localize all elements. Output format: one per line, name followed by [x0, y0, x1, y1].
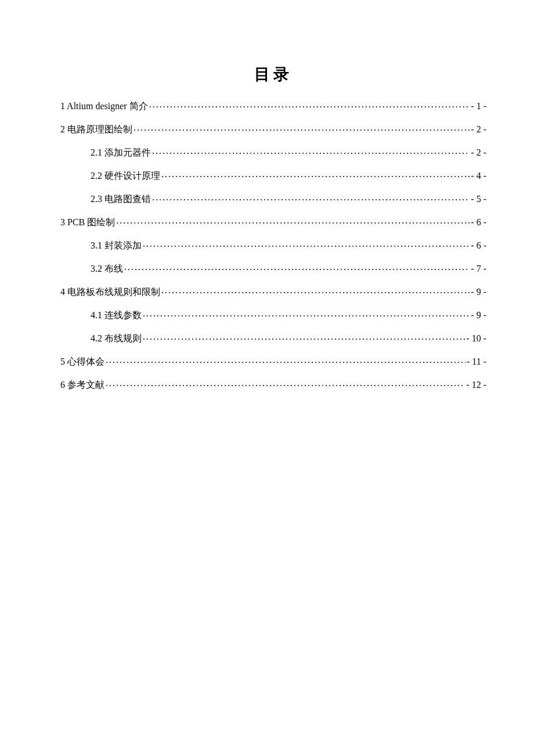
toc-entry: 4.1 连线参数 - 9 - [60, 309, 486, 320]
toc-entry: 3 PCB 图绘制 - 6 - [60, 216, 486, 227]
toc-label: 3.1 封装添加 [91, 241, 142, 250]
toc-page: - 6 - [471, 218, 486, 227]
toc-page: - 9 - [471, 311, 486, 320]
toc-entry: 5 心得体会 - 11 - [60, 355, 486, 366]
toc-leader [143, 239, 470, 249]
toc-leader [116, 216, 470, 225]
toc-title: 目录 [60, 64, 486, 85]
toc-leader [106, 355, 466, 365]
toc-page: - 6 - [471, 241, 486, 250]
toc-page: - 11 - [467, 357, 486, 366]
toc-entry: 2.3 电路图查错 - 5 - [60, 193, 486, 204]
toc-leader [143, 332, 465, 341]
toc-entry: 3.1 封装添加 - 6 - [60, 239, 486, 250]
toc-label: 5 心得体会 [60, 357, 104, 366]
toc-leader [134, 123, 470, 132]
toc-leader [106, 379, 465, 388]
toc-label: 4.1 连线参数 [91, 311, 142, 320]
toc-entry: 2.2 硬件设计原理 - 4 - [60, 170, 486, 181]
toc-page: - 2 - [471, 125, 486, 134]
toc-label: 6 参考文献 [60, 380, 104, 390]
toc-leader [152, 193, 470, 202]
toc-entry: 6 参考文献 - 12 - [60, 379, 486, 390]
toc-entry: 4.2 布线规则 - 10 - [60, 332, 486, 343]
toc-label: 4.2 布线规则 [91, 334, 142, 343]
toc-entry: 4 电路板布线规则和限制 - 9 - [60, 286, 486, 297]
toc-leader [152, 146, 470, 156]
toc-page: - 2 - [471, 148, 486, 157]
toc-entry: 1 Altium designer 简介 - 1 - [60, 100, 486, 111]
toc-entry: 3.2 布线 - 7 - [60, 262, 486, 273]
toc-label: 3.2 布线 [91, 264, 123, 273]
toc-page: - 5 - [471, 195, 486, 204]
toc-leader [161, 286, 470, 295]
toc-label: 1 Altium designer 简介 [60, 102, 148, 111]
toc-label: 4 电路板布线规则和限制 [60, 287, 160, 297]
toc-page: - 4 - [471, 171, 486, 181]
toc-page: - 7 - [471, 264, 486, 273]
toc-label: 3 PCB 图绘制 [60, 218, 115, 227]
toc-leader [149, 100, 470, 109]
toc-leader [124, 262, 470, 272]
toc-label: 2.2 硬件设计原理 [91, 171, 160, 181]
toc-leader [143, 309, 470, 318]
document-page: 目录 1 Altium designer 简介 - 1 - 2 电路原理图绘制 … [0, 0, 534, 390]
toc-label: 2.1 添加元器件 [91, 148, 151, 157]
toc-page: - 10 - [466, 334, 486, 343]
toc-page: - 12 - [466, 380, 486, 390]
toc-page: - 1 - [471, 102, 486, 111]
toc-leader [161, 170, 470, 179]
toc-entry: 2.1 添加元器件 - 2 - [60, 146, 486, 157]
toc-label: 2.3 电路图查错 [91, 195, 151, 204]
toc-entry: 2 电路原理图绘制 - 2 - [60, 123, 486, 134]
toc-label: 2 电路原理图绘制 [60, 125, 132, 134]
toc-page: - 9 - [471, 287, 486, 297]
